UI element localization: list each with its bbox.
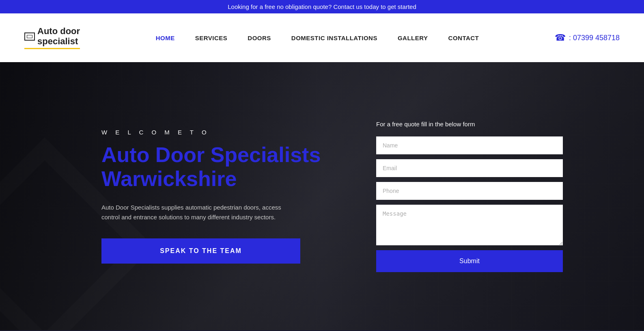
phone-number: : 07399 458718 — [569, 34, 620, 42]
welcome-text: W E L C O M E T O — [101, 129, 352, 136]
hero-title: Auto Door Specialists Warwickshire — [101, 143, 352, 192]
nav-contact[interactable]: CONTACT — [448, 35, 479, 41]
logo-icon — [24, 32, 35, 41]
nav-home[interactable]: HOME — [156, 35, 175, 41]
hero-content: W E L C O M E T O Auto Door Specialists … — [0, 121, 644, 272]
nav-gallery[interactable]: GALLERY — [398, 35, 428, 41]
logo-underline — [24, 48, 80, 49]
hero-title-line1: Auto Door Specialists — [101, 143, 321, 167]
phone-input[interactable] — [376, 182, 563, 200]
logo-line1: Auto door — [37, 26, 80, 36]
message-input[interactable] — [376, 205, 563, 245]
phone-area: ☎ : 07399 458718 — [555, 32, 620, 43]
logo: Auto door specialist — [24, 26, 80, 49]
main-nav: HOME SERVICES DOORS DOMESTIC INSTALLATIO… — [156, 35, 479, 41]
hero-description: Auto Door Specialists supplies automatic… — [101, 203, 300, 222]
phone-icon: ☎ — [555, 32, 566, 43]
form-label: For a free quote fill in the below form — [376, 121, 563, 128]
top-banner: Looking for a free no obligation quote? … — [0, 0, 644, 13]
hero-title-line2: Warwickshire — [101, 167, 237, 190]
banner-text: Looking for a free no obligation quote? … — [228, 3, 416, 10]
speak-to-team-button[interactable]: SPEAK TO THE TEAM — [101, 238, 300, 264]
logo-wrapper: Auto door specialist — [24, 26, 80, 46]
hero-section: W E L C O M E T O Auto Door Specialists … — [0, 62, 644, 330]
hero-form-area: For a free quote fill in the below form … — [376, 121, 563, 272]
email-input[interactable] — [376, 159, 563, 177]
header: Auto door specialist HOME SERVICES DOORS… — [0, 13, 644, 62]
nav-services[interactable]: SERVICES — [195, 35, 228, 41]
name-input[interactable] — [376, 136, 563, 154]
logo-text: Auto door specialist — [37, 26, 80, 46]
logo-line2: specialist — [37, 37, 80, 46]
nav-domestic[interactable]: DOMESTIC INSTALLATIONS — [291, 35, 377, 41]
quote-form: Submit — [376, 136, 563, 272]
submit-button[interactable]: Submit — [376, 250, 563, 272]
hero-left: W E L C O M E T O Auto Door Specialists … — [101, 121, 352, 264]
nav-doors[interactable]: DOORS — [248, 35, 271, 41]
